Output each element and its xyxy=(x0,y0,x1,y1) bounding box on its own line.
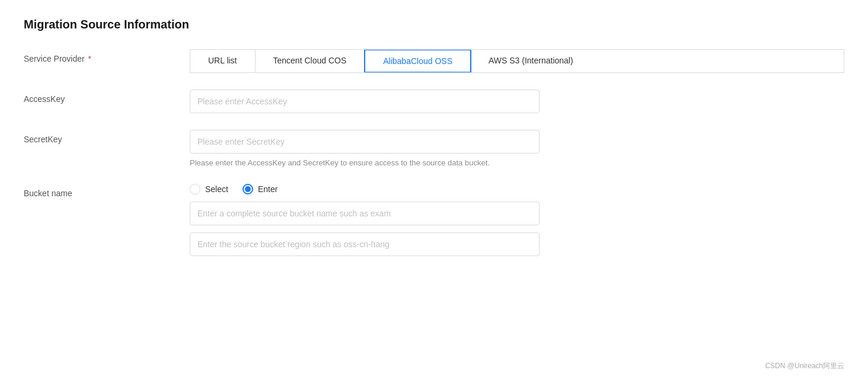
radio-select[interactable]: Select xyxy=(190,184,228,194)
secret-key-row: SecretKey Please enter the AccessKey and… xyxy=(24,130,844,167)
access-key-row: AccessKey xyxy=(24,90,844,113)
tab-aws-s3[interactable]: AWS S3 (International) xyxy=(471,50,591,72)
bucket-name-label: Bucket name xyxy=(24,184,190,198)
service-provider-label: Service Provider * xyxy=(24,49,190,63)
tab-tencent-cos[interactable]: Tencent Cloud COS xyxy=(256,50,365,72)
bucket-name-radio-group: Select Enter xyxy=(190,184,844,194)
required-indicator: * xyxy=(86,54,91,63)
secret-key-hint: Please enter the AccessKey and SecretKey… xyxy=(190,158,844,167)
access-key-label: AccessKey xyxy=(24,90,190,104)
radio-enter-label: Enter xyxy=(258,184,277,194)
secret-key-content: Please enter the AccessKey and SecretKey… xyxy=(190,130,844,167)
bucket-name-input[interactable] xyxy=(190,202,540,225)
bucket-name-content: Select Enter xyxy=(190,184,844,256)
bucket-name-row: Bucket name Select Enter xyxy=(24,184,844,256)
bucket-inputs-group xyxy=(190,202,844,256)
secret-key-label: SecretKey xyxy=(24,130,190,144)
tab-alibaba-oss[interactable]: AlibabaCloud OSS xyxy=(364,49,471,73)
radio-enter[interactable]: Enter xyxy=(242,184,277,194)
service-provider-tabs: URL list Tencent Cloud COS AlibabaCloud … xyxy=(190,49,844,73)
service-provider-row: Service Provider * URL list Tencent Clou… xyxy=(24,49,844,73)
radio-select-label: Select xyxy=(205,184,228,194)
page-container: Migration Source Information Service Pro… xyxy=(0,0,868,291)
radio-enter-circle xyxy=(242,184,253,194)
access-key-content xyxy=(190,90,844,113)
radio-select-circle xyxy=(190,184,200,194)
bucket-region-input[interactable] xyxy=(190,232,540,256)
secret-key-input[interactable] xyxy=(190,130,540,154)
access-key-input[interactable] xyxy=(190,90,540,113)
tab-url-list[interactable]: URL list xyxy=(190,50,256,72)
footer-attribution: CSDN @Unireach阿里云 xyxy=(765,361,844,371)
page-title: Migration Source Information xyxy=(24,18,844,31)
service-provider-content: URL list Tencent Cloud COS AlibabaCloud … xyxy=(190,49,844,73)
